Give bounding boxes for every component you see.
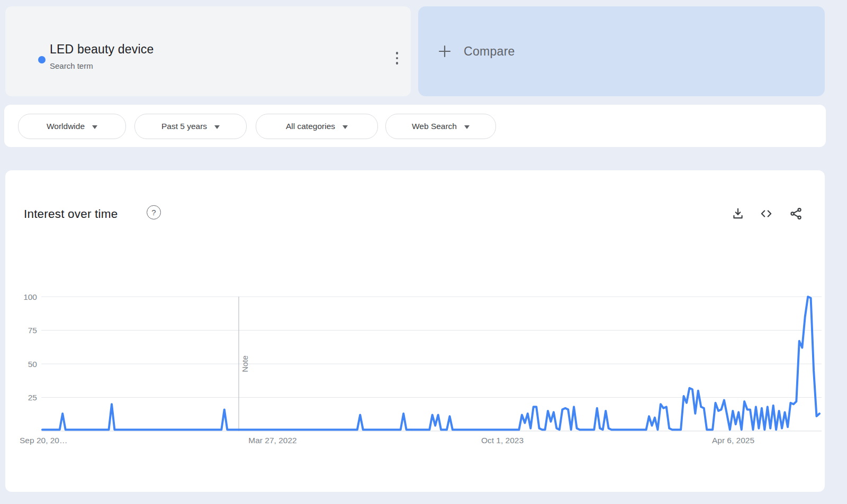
- y-axis-tick-label: 75: [28, 326, 37, 335]
- category-filter-dropdown[interactable]: All categories: [256, 114, 378, 139]
- chevron-down-icon: [92, 125, 97, 129]
- trend-line-series: [42, 297, 819, 430]
- y-axis-tick-label: 100: [23, 292, 37, 301]
- y-axis-tick-label: 50: [28, 360, 38, 369]
- search-type-filter-dropdown[interactable]: Web Search: [385, 114, 496, 139]
- category-filter-label: All categories: [286, 122, 335, 131]
- plus-icon: [437, 44, 452, 59]
- chevron-down-icon: [214, 125, 220, 129]
- chevron-down-icon: [343, 125, 348, 129]
- geo-filter-label: Worldwide: [47, 122, 85, 131]
- filter-bar: Worldwide Past 5 years All categories We…: [4, 105, 826, 147]
- y-axis-tick-label: 25: [28, 393, 37, 402]
- search-term-title: LED beauty device: [50, 42, 154, 57]
- x-axis-tick-label: Mar 27, 2022: [248, 436, 296, 445]
- time-filter-label: Past 5 years: [161, 122, 207, 131]
- interest-over-time-card: Interest over time ? 255075100NoteSep 20…: [5, 170, 825, 492]
- term-options-menu-button[interactable]: [390, 47, 404, 70]
- kebab-dot-icon: [396, 62, 399, 65]
- x-axis-tick-label: Oct 1, 2023: [481, 436, 524, 445]
- kebab-dot-icon: [396, 57, 399, 60]
- add-comparison-card[interactable]: Compare: [418, 6, 825, 96]
- note-annotation-label: Note: [240, 355, 249, 372]
- time-filter-dropdown[interactable]: Past 5 years: [134, 114, 247, 139]
- search-type-filter-label: Web Search: [412, 122, 457, 131]
- geo-filter-dropdown[interactable]: Worldwide: [18, 114, 126, 139]
- x-axis-tick-label: Apr 6, 2025: [712, 436, 754, 445]
- interest-over-time-plot[interactable]: 255075100NoteSep 20, 20…Mar 27, 2022Oct …: [5, 170, 825, 492]
- series-color-dot: [38, 56, 46, 63]
- compare-label: Compare: [464, 44, 515, 59]
- search-term-type-label: Search term: [50, 61, 93, 70]
- x-axis-tick-label: Sep 20, 20…: [20, 436, 67, 445]
- kebab-dot-icon: [396, 52, 399, 54]
- search-term-card: LED beauty device Search term: [5, 6, 411, 96]
- chevron-down-icon: [464, 125, 470, 129]
